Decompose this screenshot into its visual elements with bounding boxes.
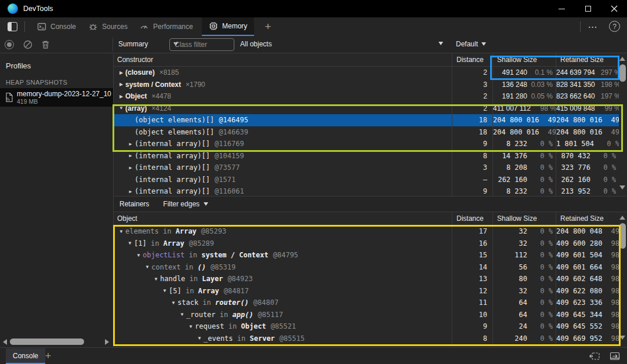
expand-arrow-icon[interactable]: ▶ — [126, 153, 135, 158]
minimize-button[interactable] — [549, 0, 575, 17]
tab-console[interactable]: Console — [30, 17, 83, 36]
size-cell: 870 4320 % — [556, 150, 619, 162]
size-percent: 0 % — [527, 140, 553, 148]
help-button[interactable]: ? — [609, 21, 620, 32]
size-cell: 320 % — [492, 285, 556, 297]
column-header-constructor[interactable]: Constructor — [114, 53, 452, 66]
delete-profile-button[interactable] — [41, 40, 50, 49]
heap-row[interactable]: ▶(internal array)[]@7357738 2080 %323 77… — [114, 162, 619, 174]
size-value: 262 160 — [493, 176, 527, 184]
add-tab-button[interactable]: + — [261, 20, 275, 34]
constructor-cell: ▶Object×4478 — [114, 90, 452, 103]
maximize-button[interactable] — [575, 0, 601, 17]
scroll-left-arrow[interactable] — [3, 339, 7, 345]
constructor-name: Object — [125, 92, 147, 100]
retainer-row[interactable]: ▼handle in Layer@8492313800 %409 602 648… — [114, 273, 619, 285]
object-id: @84923 — [227, 275, 252, 283]
retainer-row[interactable]: ▼request in Object@855219240 %409 645 55… — [114, 321, 619, 333]
scroll-up-arrow[interactable] — [619, 57, 625, 61]
size-percent: 98 % — [602, 334, 619, 343]
class-filter-input[interactable] — [169, 38, 234, 51]
size-percent: 98 % — [602, 263, 619, 271]
expand-panel-button[interactable] — [610, 352, 620, 361]
vertical-scrollbar-thumb[interactable] — [619, 64, 626, 82]
filter-edges-select[interactable]: Filter edges — [163, 200, 208, 208]
size-percent: 49 % — [602, 116, 619, 124]
retainers-table-body: ▼elements in Array@8529317320 %204 800 0… — [114, 225, 619, 346]
retainer-row[interactable]: ▼_events in Server@8551582400 %409 669 9… — [114, 333, 619, 345]
collapse-arrow-icon[interactable]: ▼ — [117, 229, 125, 234]
retainer-row[interactable]: ▼objectList in system / Context@84795151… — [114, 249, 619, 261]
scroll-down-arrow[interactable] — [619, 185, 625, 190]
horizontal-scrollbar-thumb[interactable] — [10, 338, 84, 345]
heap-row[interactable]: ▼(array)×41242411 007 11298 %415 009 848… — [114, 103, 619, 115]
collapse-arrow-icon[interactable]: ▼ — [126, 241, 134, 246]
snapshot-item[interactable]: % memory-dump-2023-12-27_10 419 MB — [0, 88, 113, 107]
collapse-arrow-icon[interactable]: ▼ — [161, 288, 169, 293]
scroll-up-arrow[interactable] — [619, 216, 625, 220]
heap-row[interactable]: ▶(closure)×81852491 2400.1 %244 639 7942… — [114, 67, 619, 79]
toggle-panel-button[interactable] — [5, 21, 20, 32]
object-id: @85521 — [271, 322, 296, 330]
collapse-arrow-icon[interactable]: ▼ — [169, 300, 177, 305]
expand-arrow-icon[interactable]: ▶ — [117, 70, 125, 75]
vertical-scrollbar-thumb[interactable] — [619, 223, 626, 249]
heap-row[interactable]: (internal array)[]@1571–262 1600 %262 16… — [114, 174, 619, 186]
chevron-down-icon[interactable] — [438, 42, 443, 45]
expand-arrow-icon[interactable]: ▶ — [117, 94, 125, 99]
drawer-tab-console[interactable]: Console — [6, 348, 45, 364]
collapse-arrow-icon[interactable]: ▼ — [187, 324, 195, 329]
column-header-shallow-size[interactable]: Shallow Size — [492, 212, 556, 225]
column-header-object[interactable]: Object — [114, 212, 452, 225]
more-options-button[interactable]: ⋯ — [585, 19, 600, 34]
retainer-row[interactable]: ▼_router in app()@8511710640 %409 645 34… — [114, 309, 619, 321]
expand-arrow-icon[interactable]: ▶ — [126, 165, 135, 170]
retainer-row[interactable]: ▼context in ()@8531914560 %409 601 66498… — [114, 261, 619, 274]
retainer-row[interactable]: ▼stack in router()@8480711640 %409 623 3… — [114, 297, 619, 309]
profile-select[interactable]: Default — [456, 40, 486, 48]
retainer-row[interactable]: ▼[5] in Array@8481712320 %409 622 08098 … — [114, 285, 619, 297]
heap-row[interactable]: ▶(internal array)[]@104159814 3760 %870 … — [114, 150, 619, 162]
size-percent: 98 % — [602, 322, 619, 330]
collapse-arrow-icon[interactable]: ▼ — [143, 264, 151, 270]
size-percent: 98 % — [602, 275, 619, 283]
retainer-row[interactable]: ▼elements in Array@8529317320 %204 800 0… — [114, 225, 619, 238]
heap-row[interactable]: (object elements)[]@14649518204 800 0164… — [114, 114, 619, 126]
size-cell: 213 9520 % — [556, 185, 619, 196]
retainer-row[interactable] — [114, 344, 619, 346]
retainer-row[interactable]: ▼[1] in Array@8528916320 %409 600 28098 … — [114, 238, 619, 250]
heap-row[interactable]: ▶(internal array)[]@11606198 2320 %213 9… — [114, 185, 619, 196]
collapse-arrow-icon[interactable]: ▼ — [178, 312, 186, 317]
expand-arrow-icon[interactable]: ▶ — [126, 141, 135, 147]
collapse-arrow-icon[interactable]: ▼ — [117, 105, 125, 111]
retainers-tab[interactable]: Retainers — [119, 200, 149, 208]
expand-arrow-icon[interactable]: ▶ — [126, 189, 135, 194]
column-header-distance[interactable]: Distance — [452, 53, 492, 66]
clear-button[interactable] — [23, 40, 32, 49]
record-heap-snapshot-button[interactable] — [5, 40, 14, 49]
column-header-shallow-size[interactable]: Shallow Size — [492, 53, 556, 66]
close-button[interactable] — [601, 0, 627, 17]
column-header-retained-size[interactable]: Retained Size — [556, 53, 619, 66]
tab-performance[interactable]: Performance — [132, 17, 200, 36]
class-name: Array — [176, 227, 197, 235]
object-id: @73577 — [215, 163, 240, 172]
heap-row[interactable]: ▶(internal array)[]@11676998 2320 %1 801… — [114, 138, 619, 150]
collapse-arrow-icon[interactable]: ▼ — [135, 253, 143, 258]
scroll-right-arrow[interactable] — [105, 339, 109, 345]
scroll-down-arrow[interactable] — [619, 336, 625, 340]
tab-memory[interactable]: Memory — [202, 17, 254, 36]
dock-panel-button[interactable] — [589, 352, 600, 361]
drawer-add-tab-button[interactable]: + — [42, 350, 55, 362]
heap-row[interactable]: ▶Object×44782191 2800.05 %823 662 640197… — [114, 90, 619, 103]
column-header-distance[interactable]: Distance — [452, 212, 492, 225]
collapse-arrow-icon[interactable]: ▼ — [152, 276, 160, 282]
collapse-arrow-icon[interactable]: ▼ — [195, 336, 204, 341]
expand-arrow-icon[interactable]: ▶ — [117, 82, 125, 87]
heap-row[interactable]: ▶system / Context×17903136 2480.03 %828 … — [114, 79, 619, 91]
size-value: 409 601 664 — [556, 263, 602, 271]
heap-row[interactable]: (object elements)[]@14663918204 800 0164… — [114, 126, 619, 139]
tab-sources[interactable]: Sources — [81, 17, 135, 36]
column-header-retained-size[interactable]: Retained Size — [556, 212, 619, 225]
objects-filter-select[interactable]: All objects — [240, 40, 272, 48]
